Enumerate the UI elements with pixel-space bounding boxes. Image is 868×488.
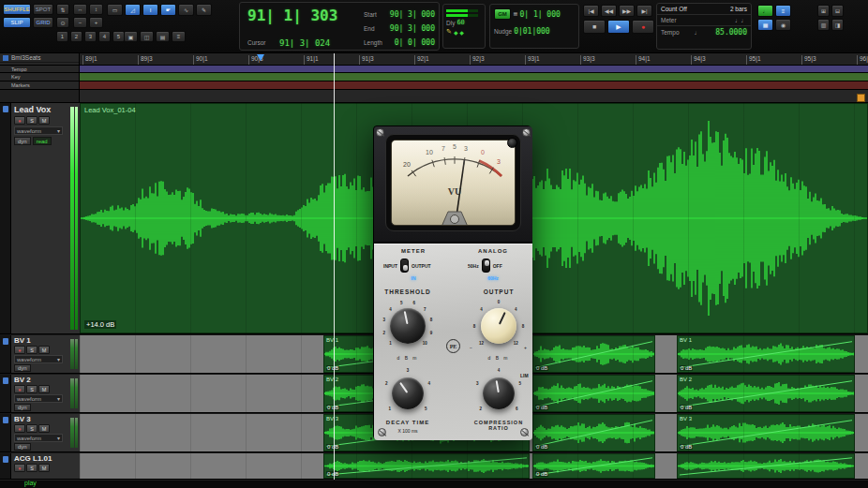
grid-display-icon[interactable]: ⊞ — [817, 5, 830, 17]
zoom-horizontal-icon[interactable]: ↔ — [73, 4, 87, 15]
shrink-display-icon[interactable]: ⊟ — [831, 5, 844, 17]
ruler-tick[interactable]: 89|3 — [138, 55, 153, 65]
session-name[interactable]: Bmi3Seats — [11, 54, 40, 61]
zoom-in-button[interactable]: + — [89, 17, 103, 28]
main-counter[interactable]: 91| 1| 303 — [247, 7, 337, 24]
ruler-name-tempo[interactable]: Tempo — [0, 66, 80, 73]
threshold-knob[interactable] — [390, 308, 426, 344]
countoff-value[interactable]: 2 bars — [730, 6, 747, 12]
ruler-tick[interactable]: 89|1 — [82, 55, 97, 65]
track-view-selector[interactable]: waveform▾ — [14, 355, 63, 363]
zoom-preset-button[interactable]: 4 — [98, 31, 111, 42]
zoom-vertical-icon[interactable]: ↕ — [89, 4, 103, 15]
insertion-follows-icon[interactable]: ≡ — [172, 31, 186, 42]
link-edit-icon[interactable]: ⊙ — [56, 17, 69, 28]
play-button[interactable]: ▶ — [607, 20, 630, 34]
zoomer-tool[interactable]: ▭ — [107, 4, 123, 16]
trim-tool[interactable]: ◿ — [125, 4, 141, 16]
scrubber-tool[interactable]: ∿ — [178, 4, 194, 16]
mute-button[interactable]: M — [38, 385, 50, 393]
fast-forward-button[interactable]: ▶▶ — [619, 5, 635, 17]
ruler-numbers[interactable]: 89|189|390|190|391|191|392|192|393|193|3… — [80, 53, 868, 66]
track-view-selector[interactable]: waveform▾ — [14, 394, 63, 403]
audio-clip[interactable]: 0 dB — [532, 453, 655, 479]
audio-clip[interactable]: BV 10 dB — [677, 335, 855, 373]
mute-button[interactable]: M — [38, 116, 50, 125]
solo-button[interactable]: S — [26, 385, 37, 393]
key-ruler[interactable]: Default: C major — [80, 81, 868, 90]
decay-time-knob[interactable] — [392, 377, 424, 409]
track-name[interactable]: ACG L1.01 — [14, 454, 77, 463]
track-lane-acg[interactable]: 0 dB 0 dB — [80, 453, 868, 480]
dyn-button[interactable]: dyn — [14, 137, 31, 145]
nudge-value[interactable]: 0|01|000 — [514, 27, 550, 36]
audio-clip[interactable]: 0 dB — [532, 375, 655, 412]
ruler-name-markers[interactable]: Markers — [0, 81, 80, 90]
zoom-toggle-icon[interactable]: ⇅ — [56, 4, 69, 15]
ruler-tick[interactable]: 93|1 — [525, 55, 540, 65]
grid-icon[interactable]: ≣ — [513, 10, 517, 18]
marker-flag[interactable] — [857, 94, 865, 102]
compression-ratio-knob[interactable] — [483, 377, 515, 409]
track-name[interactable]: BV 3 — [14, 415, 77, 423]
grabber-tool[interactable]: ☛ — [160, 4, 176, 16]
track-view-selector[interactable]: waveform▾ — [14, 126, 63, 135]
record-enable-button[interactable]: ● — [14, 464, 25, 472]
pre-roll-icon[interactable]: ◉ — [775, 19, 791, 31]
dyn-button[interactable]: dyn — [14, 443, 31, 451]
mode-grid-button[interactable]: GRID — [33, 17, 53, 28]
pencil-icon[interactable]: ✎ — [446, 28, 452, 36]
solo-button[interactable]: S — [26, 424, 37, 433]
selector-tool[interactable]: I — [142, 4, 158, 16]
return-to-start-button[interactable]: |◀ — [583, 5, 599, 17]
ruler-tick[interactable]: 92|1 — [414, 55, 429, 65]
mirror-edit-icon[interactable]: ◫ — [140, 31, 154, 42]
dyn-button[interactable]: dyn — [14, 404, 31, 411]
mute-button[interactable]: M — [38, 424, 50, 433]
go-to-end-button[interactable]: ▶| — [636, 5, 652, 17]
mode-slip-button[interactable]: SLIP — [3, 17, 31, 28]
grid-value[interactable]: 0| 1| 000 — [519, 10, 560, 19]
mute-button[interactable]: M — [38, 346, 50, 354]
compressor-plugin-window[interactable]: 20 10 7 5 3 0 3 VU — [373, 126, 531, 439]
track-header-acg[interactable]: ACG L1.01 ● S M — [0, 453, 80, 480]
ruler-tick[interactable]: 94|3 — [691, 55, 706, 65]
pencil-tool[interactable]: ✎ — [196, 4, 212, 16]
solo-button[interactable]: S — [26, 116, 37, 125]
stop-button[interactable]: ■ — [583, 20, 606, 34]
audio-clip[interactable]: 0 dB — [532, 414, 655, 451]
ruler-tick[interactable]: 95|3 — [801, 55, 816, 65]
ruler-tick[interactable]: 93|3 — [580, 55, 595, 65]
meter-source-toggle[interactable] — [400, 259, 409, 273]
ruler-tick[interactable]: 94|1 — [636, 55, 651, 65]
tab-to-transient-icon[interactable]: ▣ — [124, 31, 138, 42]
tempo-ruler[interactable] — [80, 66, 868, 73]
audio-clip[interactable]: 0 dB — [532, 335, 655, 373]
zoom-preset-button[interactable]: 1 — [56, 31, 68, 42]
countoff-label[interactable]: Count Off — [661, 6, 687, 12]
zoom-preset-button[interactable]: 3 — [84, 31, 97, 42]
audio-clip[interactable] — [677, 453, 855, 479]
track-header-bv3[interactable]: BV 3 ● S M waveform▾ dyn — [0, 414, 80, 452]
ruler-name-key[interactable]: Key — [0, 73, 80, 81]
audio-clip[interactable]: 0 dB — [323, 453, 530, 479]
track-name[interactable]: BV 1 — [14, 336, 77, 345]
ruler-tick[interactable]: 92|3 — [470, 55, 485, 65]
ruler-tick[interactable]: 96|1 — [857, 55, 868, 65]
track-view-selector[interactable]: waveform▾ — [14, 434, 63, 442]
metronome-icon[interactable]: ≡ — [775, 5, 791, 17]
track-header-leadvox[interactable]: Lead Vox ● S M waveform▾ dyn read — [0, 103, 80, 334]
length-value[interactable]: 0| 0| 000 — [395, 38, 435, 47]
ruler-tick[interactable]: 91|3 — [359, 55, 374, 65]
track-list-icon[interactable]: ▥ — [817, 19, 830, 31]
gm-button[interactable]: GM — [494, 8, 511, 20]
ruler-tick[interactable]: 91|1 — [304, 55, 319, 65]
rewind-button[interactable]: ◀◀ — [601, 5, 617, 17]
track-name[interactable]: BV 2 — [14, 376, 77, 384]
solo-button[interactable]: S — [26, 464, 37, 472]
layered-edit-icon[interactable]: ▤ — [156, 31, 170, 42]
end-value[interactable]: 90| 3| 000 — [390, 24, 435, 33]
record-enable-button[interactable]: ● — [14, 424, 25, 433]
tempo-value[interactable]: 85.0000 — [715, 28, 747, 37]
zoom-out-button[interactable]: − — [73, 17, 87, 28]
